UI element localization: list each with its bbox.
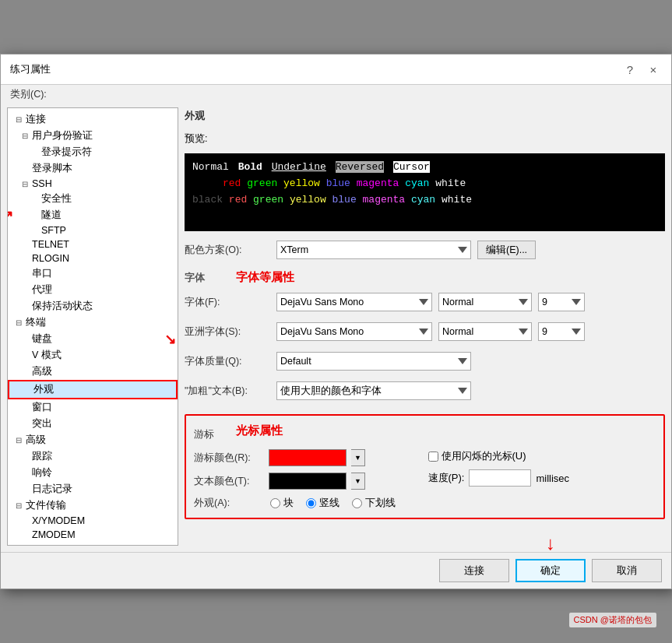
ok-btn-wrapper: ↓ 确定 xyxy=(515,559,586,582)
tree-item-filetransfer[interactable]: ⊟ 文件传输 xyxy=(8,497,178,514)
cancel-button[interactable]: 取消 xyxy=(592,559,662,582)
bold-select[interactable]: 使用大胆的颜色和字体 xyxy=(276,381,471,400)
tree-label: V 模式 xyxy=(32,349,62,362)
shape-underline-radio[interactable] xyxy=(352,498,362,508)
asian-font-style-select[interactable]: Normal xyxy=(438,322,532,341)
shape-block-option[interactable]: 块 xyxy=(270,496,294,510)
dialog-window: 练习属性 ? × 类别(C): ⊟ 连接 ⊟ 用户身份验证 登录提示符 xyxy=(0,54,672,589)
tree-label: 连接 xyxy=(26,113,46,126)
tree-label: 保持活动状态 xyxy=(32,300,93,313)
shape-radio-group: 块 竖线 下划线 xyxy=(270,496,396,510)
quality-select[interactable]: Default xyxy=(276,352,471,371)
ok-arrow: ↓ xyxy=(546,534,555,553)
cursor-section-label: 游标 xyxy=(194,427,214,441)
expand-icon xyxy=(20,517,30,525)
preview-label: 预览: xyxy=(185,132,665,146)
expand-icon xyxy=(20,367,30,376)
expand-icon xyxy=(30,227,39,235)
tree-label: 高级 xyxy=(26,434,46,447)
tree-item-terminal-advanced[interactable]: 高级 xyxy=(8,364,178,380)
tree-item-advanced[interactable]: ⊟ 高级 xyxy=(8,432,178,448)
preview-box: Normal Bold Underline Reversed Cursor re… xyxy=(185,153,665,231)
asian-font-size-select[interactable]: 9 xyxy=(538,322,585,341)
speed-label: 速度(P): xyxy=(428,471,465,485)
tree-item-vt-mode[interactable]: V 模式 xyxy=(8,347,178,364)
expand-icon xyxy=(20,469,30,477)
asian-font-select[interactable]: DejaVu Sans Mono xyxy=(276,322,432,341)
section-title: 外观 xyxy=(185,107,665,126)
watermark: CSDN @诺塔的包包 xyxy=(569,613,656,627)
tree-item-login-prompt[interactable]: 登录提示符 xyxy=(8,144,178,160)
tree-item-highlight[interactable]: 突出 xyxy=(8,416,178,432)
font-section-label: 字体 xyxy=(185,271,205,285)
tree-label: 代理 xyxy=(32,283,52,297)
cursor-left-col: 游标颜色(R): ▼ 文本颜色(T): ▼ 外观(A): xyxy=(194,449,422,510)
tree-item-terminal[interactable]: ⊟ 终端 xyxy=(8,314,178,331)
tree-label: 响铃 xyxy=(32,466,52,480)
tree-item-keepalive[interactable]: 保持活动状态 xyxy=(8,298,178,314)
preview-underline: Underline xyxy=(272,161,326,173)
tree-item-keyboard[interactable]: 键盘 ↘ xyxy=(8,331,178,347)
text-color-swatch[interactable] xyxy=(269,473,347,490)
expand-icon: ⊟ xyxy=(14,318,23,327)
tree-item-login-script[interactable]: 登录脚本 xyxy=(8,160,178,177)
tree-item-auth[interactable]: ⊟ 用户身份验证 xyxy=(8,128,178,144)
speed-input[interactable] xyxy=(469,469,531,487)
tree-item-telnet[interactable]: TELNET xyxy=(8,237,178,251)
tree-item-sftp[interactable]: SFTP xyxy=(8,223,178,237)
shape-vbar-option[interactable]: 竖线 xyxy=(306,496,340,510)
tree-item-window[interactable]: 窗口 xyxy=(8,399,178,416)
tree-item-tracking[interactable]: 跟踪 xyxy=(8,448,178,465)
cursor-header: 游标 光标属性 xyxy=(194,423,656,444)
edit-button[interactable]: 编辑(E)... xyxy=(477,241,536,259)
tree-item-ssh[interactable]: ⊟ SSH xyxy=(8,177,178,191)
cursor-color-swatch[interactable] xyxy=(269,449,347,466)
text-color-arrow[interactable]: ▼ xyxy=(351,473,365,490)
shape-vbar-radio[interactable] xyxy=(306,498,316,508)
cursor-color-arrow[interactable]: ▼ xyxy=(351,449,365,466)
tree-item-tunnel[interactable]: 隧道 ↗ xyxy=(8,207,178,223)
expand-icon xyxy=(20,241,30,249)
tree-label: 键盘 xyxy=(32,332,52,346)
tree-item-zmodem[interactable]: ZMODEM xyxy=(8,528,178,542)
tree-item-proxy[interactable]: 代理 xyxy=(8,282,178,298)
tree-item-connection[interactable]: ⊟ 连接 xyxy=(8,111,178,128)
expand-icon: ⊟ xyxy=(20,132,30,140)
tree-label: 隧道 xyxy=(41,209,62,222)
tree-label: TELNET xyxy=(32,239,69,250)
tree-item-rlogin[interactable]: RLOGIN xyxy=(8,251,178,265)
font-size-select[interactable]: 9 xyxy=(538,293,585,311)
title-bar-buttons: ? × xyxy=(621,61,662,78)
close-button[interactable]: × xyxy=(645,61,662,78)
help-button[interactable]: ? xyxy=(621,61,639,78)
shape-block-radio[interactable] xyxy=(270,498,280,508)
ok-button[interactable]: 确定 xyxy=(515,559,586,582)
tree-label: RLOGIN xyxy=(32,253,69,264)
expand-icon xyxy=(30,148,39,156)
expand-icon xyxy=(20,403,30,412)
speed-row: 速度(P): millisec xyxy=(428,469,656,487)
expand-icon xyxy=(20,255,30,263)
scheme-select[interactable]: XTerm xyxy=(276,241,471,259)
tree-item-serial[interactable]: 串口 xyxy=(8,265,178,282)
connect-button[interactable]: 连接 xyxy=(439,559,509,582)
expand-icon xyxy=(20,531,30,539)
tree-label: 突出 xyxy=(32,417,52,430)
tree-item-beep[interactable]: 响铃 xyxy=(8,465,178,481)
title-bar: 练习属性 ? × xyxy=(1,54,671,85)
tree-label: 文件传输 xyxy=(26,499,66,512)
expand-icon xyxy=(20,335,30,343)
asian-font-row: 亚洲字体(S): DejaVu Sans Mono Normal 9 xyxy=(185,322,665,341)
flash-checkbox[interactable] xyxy=(428,452,438,462)
preview-line3: black red green yellow blue magenta cyan… xyxy=(192,192,657,209)
font-select[interactable]: DejaVu Sans Mono xyxy=(276,293,432,311)
quality-row: 字体质量(Q): Default xyxy=(185,352,665,371)
font-style-select[interactable]: Normal xyxy=(438,293,532,311)
dialog-footer: 连接 ↓ 确定 取消 xyxy=(1,552,671,589)
tree-item-security[interactable]: 安全性 xyxy=(8,191,178,207)
shape-underline-option[interactable]: 下划线 xyxy=(352,496,396,510)
tree-item-xymodem[interactable]: X/YMODEM xyxy=(8,514,178,528)
tree-item-log[interactable]: 日志记录 xyxy=(8,481,178,497)
tree-item-appearance[interactable]: 外观 xyxy=(8,380,178,399)
speed-unit: millisec xyxy=(536,473,569,484)
